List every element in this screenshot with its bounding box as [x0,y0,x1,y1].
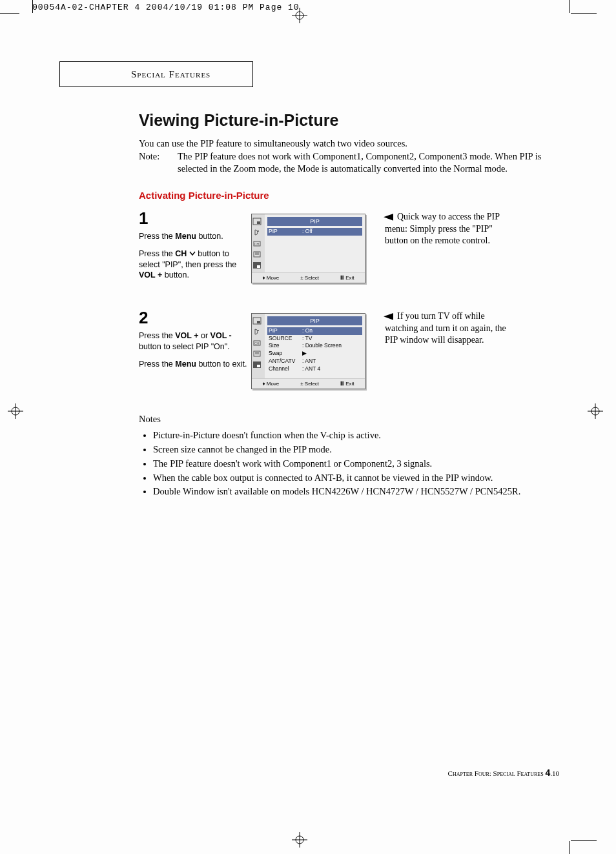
tip-text: Quick way to access the PIP menu: Simply… [385,212,500,246]
osd-body: PIP PIP : Off [265,214,365,272]
text-bold: CH [175,249,187,258]
footer-page-minor: .10 [550,769,559,777]
svg-rect-31 [257,365,260,367]
osd-icon-column: CH [252,214,265,272]
text: or [199,331,210,340]
text: Press the [139,232,175,241]
svg-rect-21 [257,265,260,268]
note-item: The PIP feature doesn't work with Compon… [153,457,564,471]
header-slug: 00054A-02-CHAPTER 4 2004/10/19 01:08 PM … [32,3,300,12]
registration-mark-icon [588,403,603,419]
osd-footer: ♦ Move ± Select Ⅲ Exit [252,378,365,389]
notes-block: Notes Picture-in-Picture doesn't functio… [139,412,564,500]
osd-body: PIP PIP: On SOURCE: TV Size: Double Scre… [265,314,365,378]
step-number: 2 [139,307,249,329]
setup-icon [252,349,262,358]
registration-mark-icon [292,832,307,848]
picture-icon [252,217,262,226]
text-bold: Menu [175,360,196,369]
note-item: When the cable box output is connected t… [153,471,564,485]
text: button. [196,232,223,241]
osd-row: Channel: ANT 4 [265,365,365,373]
crop-mark [569,0,570,13]
osd-foot-exit: Ⅲ Exit [340,275,354,281]
osd-foot-move: ♦ Move [262,381,279,387]
osd-row: PIP : Off [267,228,362,236]
subheading: Activating Picture-in-Picture [139,190,564,201]
note-item: Double Window isn't available on models … [153,485,564,499]
arrow-left-icon: ◀ [384,310,393,323]
step-1-text: 1 Press the Menu button. Press the CH bu… [139,207,249,281]
chevron-down-icon [189,249,196,259]
notes-label: Notes [139,414,161,424]
osd-row: SOURCE: TV [265,335,365,343]
osd-foot-select: ± Select [300,275,319,281]
osd-row: ANT/CATV: ANT [265,358,365,365]
step-2-block: 2 Press the VOL + or VOL - button to sel… [139,307,564,389]
text-bold: VOL + [139,270,162,280]
tip-2: ◀If you turn TV off while watching and t… [385,310,514,347]
step-1-block: 1 Press the Menu button. Press the CH bu… [139,207,564,283]
pip-icon [252,261,262,270]
arrow-left-icon: ◀ [384,211,393,223]
section-header-text: Special Features [131,69,210,80]
osd-screenshot-1: CH PIP PIP : Off ♦ Move ± Select [251,214,365,283]
crop-mark [571,13,597,14]
channel-icon: CH [252,239,262,248]
crop-mark [569,841,570,854]
text: button. [162,270,189,280]
text-bold: Menu [175,232,196,241]
footer-chapter: Chapter Four: Special Features [448,769,546,777]
registration-mark-icon [292,8,307,23]
text: button to select PIP "On". [139,342,230,351]
note-item: Screen size cannot be changed in the PIP… [153,443,564,457]
page: 00054A-02-CHAPTER 4 2004/10/19 01:08 PM … [0,0,616,854]
osd-val: : Off [302,228,313,236]
osd-row: PIP: On [267,327,362,335]
step-2-text: 2 Press the VOL + or VOL - button to sel… [139,307,249,370]
osd-foot-exit: Ⅲ Exit [340,381,354,387]
osd-row: Swap▶ [265,350,365,358]
text-bold: VOL + [175,331,198,340]
osd-foot-move: ♦ Move [262,275,279,281]
svg-text:CH: CH [254,341,260,345]
crop-mark [571,840,597,841]
note-item: Picture-in-Picture doesn't function when… [153,429,564,443]
text: button to exit. [196,360,247,369]
tip-1: ◀Quick way to access the PIP menu: Simpl… [385,211,514,248]
intro-line: You can use the PIP feature to simultane… [139,137,564,150]
note-body: The PIP feature does not work with Compo… [178,150,564,176]
sound-icon [252,327,262,336]
page-title: Viewing Picture-in-Picture [139,111,564,130]
osd-screenshot-2: CH PIP PIP: On SOURCE: TV Size: Double S… [251,313,365,389]
page-footer: Chapter Four: Special Features 4.10 [448,768,559,778]
step-number: 1 [139,207,249,230]
intro-text: You can use the PIP feature to simultane… [139,137,564,176]
osd-foot-select: ± Select [300,381,319,387]
text: Press the [139,360,175,369]
svg-text:CH: CH [254,242,260,246]
registration-mark-icon [8,403,23,419]
svg-rect-13 [257,221,260,224]
setup-icon [252,250,262,259]
channel-icon: CH [252,338,262,347]
osd-key: PIP [269,228,302,236]
tip-text: If you turn TV off while watching and tu… [385,311,506,345]
picture-icon [252,316,262,325]
sound-icon [252,228,262,237]
svg-rect-23 [257,321,260,323]
section-header-box: Special Features [59,61,253,87]
osd-row: Size: Double Screen [265,342,365,350]
text-bold: VOL - [210,331,232,340]
note-label: Note: [139,150,178,176]
osd-title: PIP [267,316,362,325]
osd-title: PIP [267,217,362,226]
crop-mark [0,13,19,14]
text: Press the [139,331,175,340]
pip-icon [252,360,262,369]
content-area: Viewing Picture-in-Picture You can use t… [139,111,564,499]
svg-point-24 [258,330,259,331]
osd-icon-column: CH [252,314,265,378]
text: Press the [139,249,175,258]
osd-footer: ♦ Move ± Select Ⅲ Exit [252,272,365,283]
